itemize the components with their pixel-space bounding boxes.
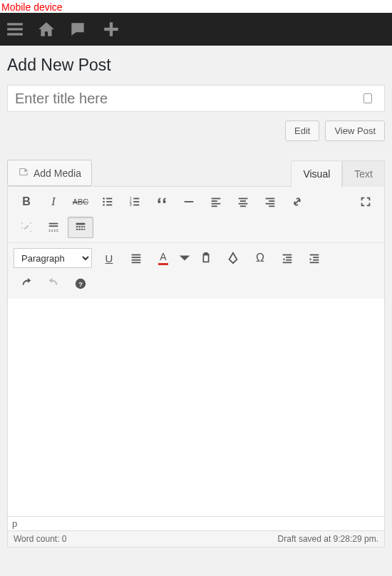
kitchen-sink-icon[interactable] — [68, 217, 93, 238]
align-right-icon[interactable] — [257, 191, 283, 212]
svg-rect-20 — [212, 203, 221, 205]
editor-tabs: Visual Text — [291, 160, 385, 187]
link-icon[interactable] — [284, 191, 310, 212]
svg-rect-43 — [132, 257, 141, 258]
svg-rect-16 — [133, 205, 139, 206]
svg-rect-56 — [310, 262, 319, 263]
svg-text:3: 3 — [130, 202, 132, 207]
indent-icon[interactable] — [301, 247, 327, 269]
media-tabs-row: Add Media Visual Text — [7, 160, 385, 186]
svg-rect-39 — [78, 229, 81, 230]
toolbar-row-1: B I ABC 123 — [8, 187, 384, 217]
menu-icon[interactable] — [4, 19, 26, 40]
svg-rect-49 — [283, 254, 292, 256]
svg-rect-55 — [313, 259, 319, 261]
svg-rect-18 — [212, 198, 221, 200]
paste-text-icon[interactable] — [193, 247, 219, 269]
svg-rect-53 — [310, 254, 319, 256]
title-wrap — [7, 85, 385, 112]
editor-container: B I ABC 123 Paragraph U A — [7, 186, 385, 547]
undo-icon[interactable] — [14, 273, 39, 294]
align-left-icon[interactable] — [203, 191, 229, 212]
blockquote-icon[interactable] — [149, 191, 175, 212]
svg-rect-48 — [204, 255, 207, 261]
fullscreen-icon[interactable] — [353, 191, 378, 212]
svg-rect-23 — [240, 200, 246, 202]
svg-rect-47 — [204, 252, 207, 254]
svg-rect-22 — [239, 198, 248, 200]
svg-rect-25 — [240, 205, 246, 207]
svg-point-9 — [103, 204, 105, 206]
redo-icon[interactable] — [41, 273, 66, 294]
word-count: Word count: 0 — [14, 534, 67, 544]
svg-rect-37 — [84, 226, 86, 227]
italic-icon[interactable]: I — [41, 191, 66, 212]
underline-icon[interactable]: U — [96, 247, 122, 269]
title-input[interactable] — [7, 85, 385, 112]
svg-rect-12 — [133, 198, 139, 200]
svg-rect-0 — [7, 23, 23, 25]
svg-rect-10 — [106, 205, 112, 206]
read-more-icon[interactable] — [41, 217, 66, 238]
svg-rect-35 — [78, 226, 81, 227]
content-area: Add New Post Edit View Post Add Media Vi… — [0, 46, 392, 547]
format-select[interactable]: Paragraph — [14, 248, 92, 268]
add-media-label: Add Media — [33, 168, 81, 179]
svg-rect-8 — [106, 201, 112, 202]
svg-rect-34 — [76, 226, 78, 227]
editor-path: p — [8, 516, 384, 530]
help-icon[interactable]: ? — [68, 273, 93, 294]
svg-rect-52 — [283, 262, 292, 263]
view-post-button[interactable]: View Post — [325, 120, 385, 141]
svg-point-7 — [103, 201, 105, 203]
clear-formatting-icon[interactable] — [220, 247, 246, 269]
align-center-icon[interactable] — [230, 191, 256, 212]
unlink-icon[interactable] — [14, 217, 39, 238]
bullet-list-icon[interactable] — [95, 191, 120, 212]
svg-rect-29 — [269, 205, 274, 207]
outdent-icon[interactable] — [274, 247, 300, 269]
svg-rect-28 — [266, 203, 275, 205]
svg-rect-51 — [286, 259, 292, 261]
tab-text[interactable]: Text — [342, 160, 385, 187]
plus-icon[interactable] — [98, 19, 124, 40]
svg-rect-26 — [266, 198, 275, 200]
special-char-icon[interactable]: Ω — [247, 247, 273, 269]
hr-icon[interactable] — [176, 191, 202, 212]
svg-rect-32 — [49, 230, 58, 232]
svg-rect-4 — [104, 28, 118, 31]
svg-rect-30 — [49, 223, 58, 225]
svg-rect-27 — [269, 200, 274, 202]
svg-rect-21 — [212, 205, 217, 207]
svg-point-5 — [103, 197, 105, 200]
svg-rect-40 — [81, 229, 83, 230]
svg-rect-41 — [84, 229, 86, 230]
add-media-button[interactable]: Add Media — [7, 160, 92, 186]
editor-content[interactable] — [8, 299, 384, 516]
svg-rect-19 — [212, 200, 217, 202]
comment-icon[interactable] — [67, 19, 88, 40]
draft-saved: Draft saved at 9:28:29 pm. — [278, 534, 378, 544]
permalink-row: Edit View Post — [7, 120, 385, 141]
admin-bar — [0, 13, 392, 46]
svg-rect-17 — [185, 201, 194, 202]
align-justify-icon[interactable] — [123, 247, 149, 269]
numbered-list-icon[interactable]: 123 — [122, 191, 148, 212]
strikethrough-icon[interactable]: ABC — [68, 191, 93, 212]
page-title: Add New Post — [7, 56, 385, 75]
toolbar-row-2b: ? — [8, 273, 384, 299]
edit-button[interactable]: Edit — [285, 120, 319, 141]
toolbar-spacer — [311, 191, 351, 212]
text-color-icon[interactable]: A — [150, 247, 176, 269]
bold-icon[interactable]: B — [14, 191, 39, 212]
editor-status-bar: Word count: 0 Draft saved at 9:28:29 pm. — [8, 530, 384, 547]
svg-rect-54 — [313, 257, 319, 258]
tab-visual[interactable]: Visual — [291, 160, 342, 187]
svg-rect-33 — [76, 223, 86, 225]
text-color-dropdown-icon[interactable] — [177, 247, 192, 269]
home-icon[interactable] — [36, 19, 57, 40]
svg-rect-36 — [81, 226, 83, 227]
svg-rect-50 — [286, 257, 292, 258]
svg-text:?: ? — [78, 280, 83, 288]
svg-rect-24 — [239, 203, 248, 205]
